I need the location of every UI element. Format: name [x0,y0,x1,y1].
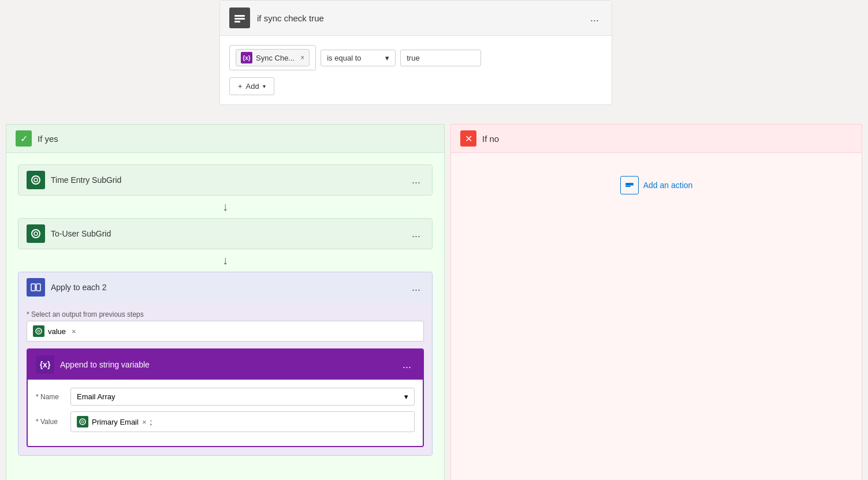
token-close-icon[interactable]: × [300,54,304,62]
svg-rect-2 [234,21,240,22]
add-action-button[interactable]: Add an action [620,176,693,194]
apply-each-block: Apply to each 2 ... * Select an output f… [18,272,433,456]
value-form-row: * Value Primary Email [36,411,415,432]
name-form-row: * Name Email Array ▾ [36,388,415,406]
arrow-down-1: ↓ [18,196,433,218]
yes-branch-body: Time Entry SubGrid ... ↓ [6,153,444,467]
select-output-label: * Select an output from previous steps [27,310,424,318]
apply-each-body: * Select an output from previous steps v… [18,302,432,455]
svg-rect-8 [36,284,40,291]
svg-rect-14 [625,183,634,184]
svg-point-11 [80,419,85,425]
sync-check-token[interactable]: {x} Sync Che... × [236,49,310,66]
value-input[interactable]: true [400,50,481,66]
condition-header: if sync check true ... [220,1,612,36]
operator-label: is equal to [327,54,361,62]
apply-each-header: Apply to each 2 ... [18,272,432,302]
append-icon: {x} [36,355,54,374]
token-label: Sync Che... [256,54,295,62]
svg-point-3 [32,176,40,184]
time-entry-header: Time Entry SubGrid ... [18,165,432,195]
branches-container: ✓ If yes Time Entry [0,124,868,480]
value-suffix: ; [150,418,152,426]
operator-select[interactable]: is equal to ▾ [321,50,396,66]
token-icon: {x} [241,52,252,63]
condition-row: {x} Sync Che... × is equal to ▾ true [229,45,602,70]
add-chevron-icon: ▾ [263,83,266,89]
canvas: if sync check true ... {x} Sync Che... ×… [0,0,868,480]
name-label: * Name [36,393,65,401]
primary-email-close-icon[interactable]: × [142,418,147,426]
output-select-field[interactable]: value × [27,321,424,342]
value-token-icon [33,325,44,337]
to-user-ellipsis-button[interactable]: ... [408,227,424,241]
apply-each-title: Apply to each 2 [51,283,107,292]
add-label: Add [246,82,259,91]
value-field[interactable]: Primary Email × ; [70,411,415,432]
append-title: Append to string variable [60,360,150,369]
value-label: * Value [36,418,65,426]
token-wrapper: {x} Sync Che... × [229,45,316,70]
output-token-close[interactable]: × [72,327,76,336]
add-action-label: Add an action [643,181,693,190]
no-icon: ✕ [460,130,476,147]
primary-email-label: Primary Email [92,418,139,426]
name-value: Email Array [77,392,115,401]
condition-ellipsis-button[interactable]: ... [587,11,602,25]
svg-point-12 [81,421,84,423]
append-ellipsis-button[interactable]: ... [399,358,415,372]
time-entry-ellipsis-button[interactable]: ... [408,173,424,187]
apply-each-icon [27,278,45,297]
primary-email-icon [77,416,88,427]
to-user-action-card: To-User SubGrid ... [18,218,433,249]
condition-icon [229,7,250,28]
svg-point-5 [32,230,40,238]
arrow-down-2: ↓ [18,249,433,272]
plus-icon: + [238,82,243,91]
svg-point-6 [34,232,38,235]
name-chevron-icon: ▾ [404,392,408,401]
append-body: * Name Email Array ▾ * Value [28,380,423,446]
yes-branch: ✓ If yes Time Entry [6,124,445,480]
value-text: true [407,54,419,62]
add-action-container: Add an action [451,153,862,217]
append-card: {x} Append to string variable ... * Name [27,348,424,447]
no-branch-header: ✕ If no [451,125,862,153]
time-entry-action-card: Time Entry SubGrid ... [18,164,433,196]
no-branch-title: If no [482,134,499,144]
svg-point-9 [36,328,42,334]
chevron-down-icon: ▾ [385,54,389,62]
no-branch: ✕ If no Add an action [450,124,862,480]
to-user-header: To-User SubGrid ... [18,219,432,249]
yes-icon: ✓ [16,130,32,147]
svg-rect-7 [31,284,35,291]
time-entry-title: Time Entry SubGrid [51,175,121,185]
add-action-icon [620,176,639,194]
svg-point-10 [38,330,40,332]
condition-title: if sync check true [257,13,324,23]
yes-branch-title: If yes [38,134,58,144]
add-button-row: + Add ▾ [229,77,602,95]
apply-each-ellipsis-button[interactable]: ... [408,280,424,295]
append-card-header: {x} Append to string variable ... [28,350,423,380]
svg-rect-13 [625,184,634,186]
svg-rect-0 [234,15,245,17]
condition-body: {x} Sync Che... × is equal to ▾ true + A… [220,36,612,104]
svg-rect-15 [625,186,631,187]
name-dropdown[interactable]: Email Array ▾ [70,388,415,406]
add-button[interactable]: + Add ▾ [229,77,274,95]
svg-rect-1 [234,18,245,20]
svg-point-4 [34,178,38,182]
time-entry-icon [27,171,45,189]
yes-branch-header: ✓ If yes [6,125,444,153]
output-token-label: value [48,327,66,336]
condition-block: if sync check true ... {x} Sync Che... ×… [219,0,612,105]
to-user-title: To-User SubGrid [51,229,111,238]
to-user-icon [27,224,45,243]
